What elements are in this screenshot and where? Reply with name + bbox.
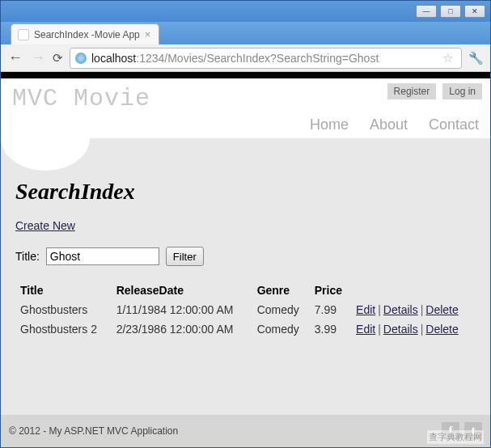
nav-home[interactable]: Home	[310, 116, 349, 133]
site-footer: © 2012 - My ASP.NET MVC Application f t	[1, 415, 490, 447]
register-link[interactable]: Register	[387, 83, 437, 99]
cell-title: Ghostbusters 2	[15, 319, 112, 339]
favicon-icon	[18, 29, 29, 40]
window-close-button[interactable]: ✕	[464, 5, 485, 18]
cell-genre: Comedy	[252, 300, 310, 319]
cell-release: 2/23/1986 12:00:00 AM	[112, 319, 252, 339]
reload-button[interactable]: ⟳	[53, 51, 63, 66]
tab-title: SearchIndex -Movie App	[34, 29, 140, 40]
search-input[interactable]	[46, 247, 159, 265]
settings-wrench-icon[interactable]: 🔧	[468, 51, 484, 66]
create-new-link[interactable]: Create New	[15, 219, 476, 232]
back-button[interactable]: ←	[7, 49, 23, 66]
cell-price: 3.99	[310, 319, 351, 339]
browser-toolbar: ← → ⟳ localhost:1234/Movies/SearchIndex?…	[1, 44, 490, 72]
minimize-button[interactable]: —	[416, 5, 437, 18]
edit-link[interactable]: Edit	[356, 323, 375, 336]
details-link[interactable]: Details	[383, 303, 418, 316]
url-host: localhost	[91, 52, 136, 65]
maximize-icon: □	[448, 7, 452, 15]
col-title: Title	[15, 281, 112, 300]
window-titlebar: — □ ✕	[1, 1, 490, 22]
browser-window: — □ ✕ SearchIndex -Movie App × ← → ⟳ loc…	[0, 0, 491, 448]
tab-close-icon[interactable]: ×	[145, 28, 151, 40]
forward-button: →	[30, 49, 46, 66]
globe-icon	[75, 53, 87, 64]
nav-contact[interactable]: Contact	[429, 116, 479, 133]
browser-tabstrip: SearchIndex -Movie App ×	[1, 22, 490, 44]
login-link[interactable]: Log in	[442, 83, 482, 99]
main-content: SearchIndex Create New Title: Filter Tit…	[1, 138, 490, 415]
delete-link[interactable]: Delete	[425, 303, 458, 316]
col-genre: Genre	[252, 281, 310, 300]
edit-link[interactable]: Edit	[356, 303, 375, 316]
watermark-text: 查字典教程网	[427, 430, 484, 444]
top-black-bar	[1, 72, 490, 78]
col-release: ReleaseDate	[112, 281, 252, 300]
search-form: Title: Filter	[15, 247, 476, 266]
search-label: Title:	[15, 250, 40, 263]
page-viewport: MVC Movie Register Log in Home About Con…	[1, 72, 490, 447]
cell-release: 1/11/1984 12:00:00 AM	[112, 300, 252, 319]
cell-actions: Edit|Details|Delete	[351, 319, 476, 339]
top-nav: Home About Contact	[310, 116, 479, 133]
cell-title: Ghostbusters	[15, 300, 112, 319]
col-price: Price	[310, 281, 351, 300]
minimize-icon: —	[423, 7, 430, 15]
table-row: Ghostbusters 1/11/1984 12:00:00 AM Comed…	[15, 300, 476, 319]
movies-table: Title ReleaseDate Genre Price Ghostbuste…	[15, 281, 476, 339]
browser-tab-active[interactable]: SearchIndex -Movie App ×	[11, 23, 159, 44]
url-path: :1234/Movies/SearchIndex?SearchString=Gh…	[136, 52, 379, 65]
footer-copyright: © 2012 - My ASP.NET MVC Application	[9, 425, 178, 437]
filter-button[interactable]: Filter	[166, 247, 204, 266]
account-links: Register Log in	[387, 83, 482, 99]
site-header: MVC Movie Register Log in Home About Con…	[1, 78, 490, 138]
bookmark-icon[interactable]: ☆	[442, 51, 453, 66]
header-curve-decoration	[1, 106, 90, 171]
table-row: Ghostbusters 2 2/23/1986 12:00:00 AM Com…	[15, 319, 476, 339]
address-bar[interactable]: localhost:1234/Movies/SearchIndex?Search…	[70, 48, 462, 69]
delete-link[interactable]: Delete	[425, 323, 458, 336]
details-link[interactable]: Details	[383, 323, 418, 336]
cell-price: 7.99	[310, 300, 351, 319]
cell-genre: Comedy	[252, 319, 310, 339]
nav-about[interactable]: About	[370, 116, 408, 133]
maximize-button[interactable]: □	[440, 5, 461, 18]
page-title: SearchIndex	[15, 179, 476, 205]
cell-actions: Edit|Details|Delete	[351, 300, 476, 319]
close-icon: ✕	[472, 7, 478, 15]
